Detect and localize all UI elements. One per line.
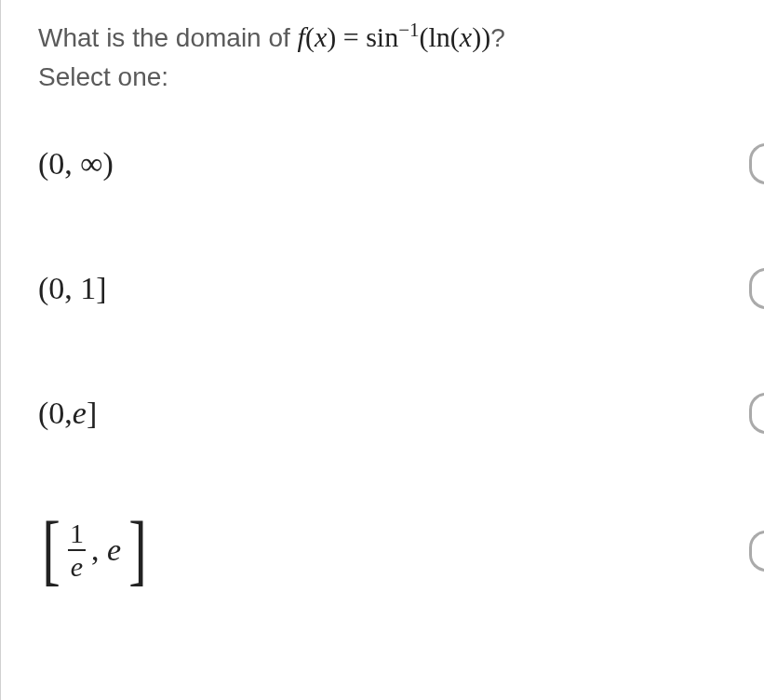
open-ln: (ln(: [420, 21, 460, 52]
radio-icon[interactable]: [749, 393, 764, 434]
radio-icon[interactable]: [749, 531, 764, 572]
right-bracket-icon: ]: [128, 518, 147, 581]
option-b-label: (0, 1]: [38, 271, 107, 306]
option-c-label: (0,e]: [38, 396, 97, 431]
radio-icon[interactable]: [749, 143, 764, 184]
option-b[interactable]: (0, 1]: [38, 268, 764, 309]
var-x-2: x: [460, 21, 472, 52]
left-bracket-icon: [: [42, 518, 60, 581]
option-c[interactable]: (0,e]: [38, 393, 764, 434]
comma-e: , e: [91, 532, 121, 568]
radio-icon[interactable]: [749, 268, 764, 309]
option-a-label: (0, ∞): [38, 146, 114, 182]
option-d[interactable]: [ 1 e , e ]: [38, 518, 764, 584]
sin-label: sin: [366, 21, 398, 52]
func-f: f: [298, 21, 305, 52]
question-mark: ?: [490, 23, 505, 52]
fraction: 1 e: [68, 518, 86, 583]
frac-num: 1: [68, 518, 86, 549]
close-paren: )): [472, 21, 490, 52]
option-d-label: [ 1 e , e ]: [38, 518, 151, 584]
options-list: (0, ∞) (0, 1] (0,e] // Replace option-c …: [38, 143, 764, 584]
question-math: f(x) = sin−1(ln(x)): [298, 21, 491, 52]
exp-neg1: −1: [398, 19, 419, 41]
select-one-label: Select one:: [38, 62, 764, 92]
question-prefix: What is the domain of: [38, 23, 298, 52]
question-container: What is the domain of f(x) = sin−1(ln(x)…: [0, 0, 764, 700]
question-text: What is the domain of f(x) = sin−1(ln(x)…: [38, 17, 764, 57]
option-a[interactable]: (0, ∞): [38, 143, 764, 184]
var-x: x: [315, 21, 327, 52]
frac-den: e: [69, 551, 85, 583]
